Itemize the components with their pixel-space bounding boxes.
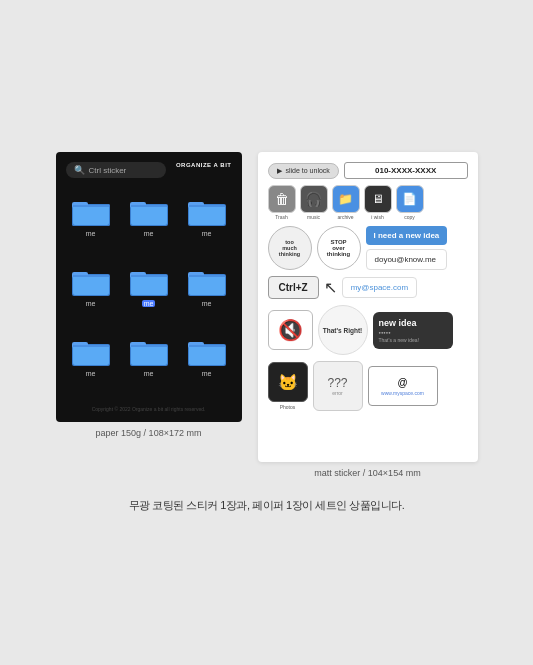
unlock-text: slide to unlock [286,167,330,174]
doyou-sticker: doyou@know.me [366,249,448,270]
svg-rect-20 [131,275,167,277]
copy-icon: 📄 [396,185,424,213]
www-sticker: @ www.myspace.com [368,366,438,406]
app-icon-music: 🎧 music [300,185,328,220]
www-text: www.myspace.com [381,390,424,396]
folder-icon [72,198,110,228]
svg-rect-11 [189,205,225,225]
at-icon: @ [397,377,407,388]
korean-text: 무광 코팅된 스티커 1장과, 페이퍼 1장이 세트인 상품입니다. [129,498,405,513]
mute-sticker: 🔇 [268,310,313,350]
new-idea-title: new idea [379,318,447,328]
new-idea-box: new idea ●●●●● That's a new idea! [373,312,453,349]
folder-label: me [86,300,96,307]
app-icon-archive: 📁 archive [332,185,360,220]
folder-icon [130,268,168,298]
folder-item: me [124,198,174,260]
app-icon-copy: 📄 copy [396,185,424,220]
svg-rect-24 [189,275,225,277]
music-icon: 🎧 [300,185,328,213]
folder-label: me [86,370,96,377]
folder-label: me [144,230,154,237]
trash-icon: 🗑 [268,185,296,213]
svg-rect-28 [73,345,109,347]
folder-item: me [66,338,116,400]
svg-rect-32 [131,345,167,347]
folder-item: me [182,338,232,400]
folder-label: me [202,300,212,307]
copyright-text: Copyright © 2022 Organize a bit all righ… [66,400,232,412]
folders-grid: me me [66,198,232,400]
need-idea-sticker: I need a new idea [366,226,448,245]
svg-rect-16 [73,275,109,277]
phone-number-sticker: 010-XXXX-XXXX [344,162,468,179]
svg-rect-31 [131,345,167,365]
row5: 🔇 That's Right! new idea ●●●●● That's a … [268,305,468,355]
archive-icon: 📁 [332,185,360,213]
svg-rect-7 [131,205,167,225]
thats-right-text: That's Right! [323,327,362,334]
myspace-sticker: my@space.com [342,277,417,298]
folder-item: me [124,338,174,400]
app-label-archive: archive [337,214,353,220]
app-label-wish: i wish [371,214,384,220]
error-text: error [332,390,343,396]
search-text: Ctrl sticker [89,166,127,175]
too-much-sticker: toomuchthinking [268,226,312,270]
row3: toomuchthinking STOPoverthinking I need … [268,226,468,270]
folder-label: me [202,370,212,377]
svg-rect-4 [73,205,109,207]
folder-item-selected: me [124,268,174,330]
svg-rect-27 [73,345,109,365]
folder-icon [188,268,226,298]
main-container: 🔍 Ctrl sticker ORGANIZE A BIT [0,0,533,665]
svg-rect-12 [189,205,225,207]
play-icon: ▶ [277,167,282,175]
products-row: 🔍 Ctrl sticker ORGANIZE A BIT [56,152,478,478]
folder-icon [188,198,226,228]
folder-icon [72,268,110,298]
app-label-trash: Trash [275,214,288,220]
folder-icon [72,338,110,368]
sticker-card: ▶ slide to unlock 010-XXXX-XXXX 🗑 Trash … [258,152,478,462]
app-label-music: music [307,214,320,220]
folder-item: me [182,198,232,260]
svg-rect-23 [189,275,225,295]
paper-card: 🔍 Ctrl sticker ORGANIZE A BIT [56,152,242,422]
folder-icon [188,338,226,368]
new-idea-subtitle: That's a new idea! [379,337,447,343]
wish-icon: 🖥 [364,185,392,213]
question-marks: ??? [327,376,347,390]
thats-right-sticker: That's Right! [318,305,368,355]
mute-icon: 🔇 [278,318,303,342]
sticker-row-1: ▶ slide to unlock 010-XXXX-XXXX [268,162,468,179]
ctrl-z-sticker: Ctrl+Z [268,276,319,299]
app-icons-row: 🗑 Trash 🎧 music 📁 archive 🖥 i wish [268,185,468,220]
search-icon: 🔍 [74,165,85,175]
photo-sticker: 🐱 [268,362,308,402]
folder-icon [130,338,168,368]
folder-label: me [86,230,96,237]
svg-rect-8 [131,205,167,207]
folder-label-selected: me [142,300,156,307]
brand-label: ORGANIZE A BIT [176,162,232,168]
photo-label: Photos [280,404,296,410]
row6: 🐱 Photos ??? error @ www.myspace.com [268,361,468,411]
folder-item: me [182,268,232,330]
svg-rect-36 [189,345,225,347]
question-sticker: ??? error [313,361,363,411]
svg-rect-35 [189,345,225,365]
folder-item: me [66,198,116,260]
unlock-sticker: ▶ slide to unlock [268,163,339,179]
sticker-label: matt sticker / 104×154 mm [314,468,420,478]
app-icon-trash: 🗑 Trash [268,185,296,220]
search-bar: 🔍 Ctrl sticker [66,162,166,178]
svg-rect-3 [73,205,109,225]
svg-rect-15 [73,275,109,295]
app-label-copy: copy [404,214,415,220]
folder-label: me [144,370,154,377]
stop-sticker: STOPoverthinking [317,226,361,270]
app-icon-wish: 🖥 i wish [364,185,392,220]
paper-label: paper 150g / 108×172 mm [96,428,202,438]
folder-icon [130,198,168,228]
